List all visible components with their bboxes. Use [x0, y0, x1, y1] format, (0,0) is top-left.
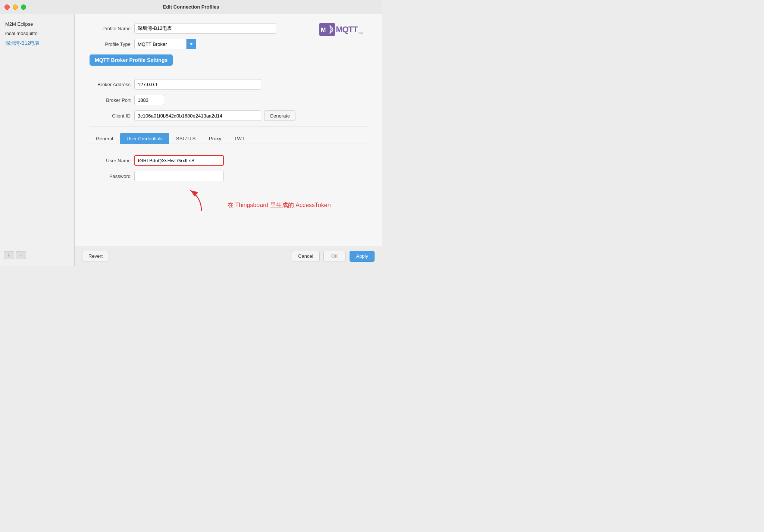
broker-address-input[interactable] [134, 79, 261, 90]
broker-port-input[interactable] [134, 95, 164, 105]
remove-profile-button[interactable]: − [16, 251, 26, 259]
broker-port-label: Broker Port [90, 97, 134, 103]
broker-address-label: Broker Address [90, 82, 134, 87]
credentials-section: User Name Password [90, 151, 367, 224]
cancel-button[interactable]: Cancel [292, 251, 319, 262]
form-area: Profile Name Profile Type MQTT Broker ▼ [75, 14, 382, 246]
username-input[interactable] [134, 155, 224, 166]
password-row: Password [90, 171, 367, 181]
add-profile-button[interactable]: + [4, 251, 14, 259]
mqtt-logo-text: MQTT [336, 25, 357, 34]
window-title: Edit Connection Profiles [163, 4, 219, 10]
tabs-row: General User Credentials SSL/TLS Proxy L… [90, 132, 367, 144]
apply-button[interactable]: Apply [350, 251, 375, 262]
profile-type-dropdown-arrow[interactable]: ▼ [187, 39, 196, 49]
tab-proxy[interactable]: Proxy [203, 133, 228, 144]
window-controls[interactable] [4, 4, 26, 10]
tab-ssl-tls[interactable]: SSL/TLS [170, 133, 202, 144]
close-button[interactable] [4, 4, 10, 10]
mqtt-logo-org: .org [357, 31, 363, 35]
bottom-bar: Revert Cancel OK Apply [75, 246, 382, 266]
broker-address-row: Broker Address [90, 79, 367, 90]
mqtt-logo: M MQTT .org [319, 23, 363, 36]
client-id-label: Client ID [90, 113, 134, 119]
profile-name-row: Profile Name [90, 23, 319, 34]
tab-lwt[interactable]: LWT [228, 133, 251, 144]
maximize-button[interactable] [21, 4, 26, 10]
client-id-row: Client ID Generate [90, 110, 367, 121]
username-row: User Name [90, 155, 367, 166]
profile-name-input[interactable] [134, 23, 276, 34]
right-panel: Profile Name Profile Type MQTT Broker ▼ [75, 14, 382, 266]
sidebar-item-list: M2M Eclipse local mosquitto 深圳湾-B12电表 [0, 18, 74, 248]
generate-button[interactable]: Generate [264, 110, 295, 121]
ok-button[interactable]: OK [323, 251, 346, 262]
password-input[interactable] [134, 171, 224, 181]
username-label: User Name [90, 158, 134, 163]
sidebar-item-m2m-eclipse[interactable]: M2M Eclipse [0, 19, 74, 29]
sidebar-footer: + − [0, 248, 74, 262]
bottom-left: Revert [82, 251, 109, 262]
svg-text:M: M [321, 27, 326, 33]
profile-type-label: Profile Type [90, 41, 134, 47]
titlebar: Edit Connection Profiles [0, 0, 382, 14]
profile-type-row: Profile Type MQTT Broker ▼ [90, 39, 319, 49]
revert-button[interactable]: Revert [82, 251, 109, 262]
profile-type-select-wrap: MQTT Broker ▼ [134, 39, 196, 49]
sidebar-item-shenzhen[interactable]: 深圳湾-B12电表 [0, 38, 74, 48]
client-id-input[interactable] [134, 110, 261, 121]
tab-user-credentials[interactable]: User Credentials [120, 133, 169, 144]
main-content: M2M Eclipse local mosquitto 深圳湾-B12电表 + … [0, 14, 382, 266]
minimize-button[interactable] [13, 4, 18, 10]
section-header: MQTT Broker Profile Settings [90, 54, 173, 66]
profile-type-select[interactable]: MQTT Broker [134, 39, 187, 49]
annotation-text: 在 Thingsboard 里生成的 AccessToken [228, 202, 331, 208]
broker-port-row: Broker Port [90, 95, 367, 105]
separator [90, 126, 367, 126]
mqtt-logo-icon: M [319, 23, 335, 36]
tab-general[interactable]: General [90, 133, 119, 144]
sidebar-item-local-mosquitto[interactable]: local mosquitto [0, 29, 74, 38]
annotation-area: 在 Thingsboard 里生成的 AccessToken [175, 187, 367, 220]
password-label: Password [90, 173, 134, 179]
profile-name-label: Profile Name [90, 26, 134, 31]
bottom-right: Cancel OK Apply [292, 251, 375, 262]
sidebar: M2M Eclipse local mosquitto 深圳湾-B12电表 + … [0, 14, 75, 266]
